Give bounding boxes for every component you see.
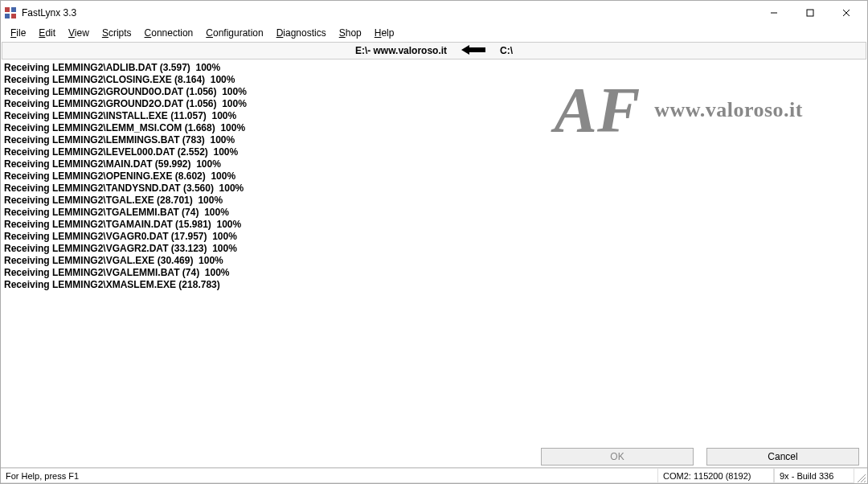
- log-line: Receiving LEMMING2\INSTALL.EXE (11.057) …: [4, 110, 864, 122]
- log-line: Receiving LEMMING2\MAIN.DAT (59.992) 100…: [4, 158, 864, 170]
- minimize-button[interactable]: [755, 2, 792, 24]
- svg-marker-8: [461, 45, 485, 55]
- statusbar: For Help, press F1 COM2: 115200 (8192) 9…: [1, 467, 867, 483]
- log-line: Receiving LEMMING2\CLOSING.EXE (8.164) 1…: [4, 74, 864, 86]
- log-line: Receiving LEMMING2\GROUND0O.DAT (1.056) …: [4, 86, 864, 98]
- log-line: Receiving LEMMING2\TGAMAIN.DAT (15.981) …: [4, 219, 864, 231]
- log-line: Receiving LEMMING2\LEMM_MSI.COM (1.668) …: [4, 122, 864, 134]
- log-line: Receiving LEMMING2\TGALEMMI.BAT (74) 100…: [4, 207, 864, 219]
- dialog-buttons: OK Cancel: [1, 445, 867, 467]
- svg-rect-5: [807, 10, 813, 16]
- menu-item-shop[interactable]: Shop: [333, 26, 368, 40]
- svg-rect-1: [11, 7, 16, 12]
- status-help: For Help, press F1: [1, 468, 657, 483]
- svg-rect-2: [5, 14, 10, 18]
- menu-item-file[interactable]: File: [4, 26, 32, 40]
- log-line: Receiving LEMMING2\VGAL.EXE (30.469) 100…: [4, 255, 864, 267]
- log-line: Receiving LEMMING2\LEMMINGS.BAT (783) 10…: [4, 134, 864, 146]
- close-button[interactable]: [828, 2, 864, 24]
- menubar: FileEditViewScriptsConnectionConfigurati…: [1, 25, 867, 41]
- menu-item-connection[interactable]: Connection: [138, 26, 200, 40]
- ok-button[interactable]: OK: [541, 448, 694, 466]
- log-line: Receiving LEMMING2\OPENING.EXE (8.602) 1…: [4, 170, 864, 183]
- arrow-left-icon: [461, 45, 485, 57]
- menu-item-help[interactable]: Help: [368, 26, 401, 40]
- menu-item-view[interactable]: View: [62, 26, 96, 40]
- cancel-button[interactable]: Cancel: [706, 448, 859, 466]
- window-controls: [755, 2, 864, 24]
- status-com: COM2: 115200 (8192): [657, 468, 774, 483]
- log-line: Receiving LEMMING2\TGAL.EXE (28.701) 100…: [4, 195, 864, 207]
- menu-item-configuration[interactable]: Configuration: [199, 26, 269, 40]
- log-line: Receiving LEMMING2\VGAGR0.DAT (17.957) 1…: [4, 231, 864, 243]
- log-line: Receiving LEMMING2\VGAGR2.DAT (33.123) 1…: [4, 243, 864, 255]
- svg-rect-3: [11, 14, 16, 18]
- menu-item-diagnostics[interactable]: Diagnostics: [270, 26, 333, 40]
- path-left: E:\- www.valoroso.it: [355, 45, 447, 56]
- transfer-log: AF www.valoroso.it Receiving LEMMING2\AD…: [1, 60, 867, 445]
- svg-line-11: [864, 481, 866, 482]
- menu-item-scripts[interactable]: Scripts: [96, 26, 138, 40]
- log-line: Receiving LEMMING2\VGALEMMI.BAT (74) 100…: [4, 267, 864, 279]
- menu-item-edit[interactable]: Edit: [32, 26, 62, 40]
- window-title: FastLynx 3.3: [22, 7, 755, 18]
- path-bar: E:\- www.valoroso.it C:\: [2, 42, 866, 59]
- log-line: Receiving LEMMING2\XMASLEM.EXE (218.783): [4, 279, 864, 291]
- resize-grip[interactable]: [854, 468, 867, 483]
- log-line: Receiving LEMMING2\ADLIB.DAT (3.597) 100…: [4, 62, 864, 74]
- path-right: C:\: [500, 45, 513, 56]
- svg-rect-0: [5, 7, 10, 12]
- log-line: Receiving LEMMING2\TANDYSND.DAT (3.560) …: [4, 183, 864, 195]
- log-line: Receiving LEMMING2\LEVEL000.DAT (2.552) …: [4, 146, 864, 158]
- app-icon: [4, 6, 17, 19]
- app-window: FastLynx 3.3 FileEditViewScriptsConnecti…: [0, 0, 868, 484]
- titlebar: FastLynx 3.3: [1, 1, 867, 25]
- log-line: Receiving LEMMING2\GROUND2O.DAT (1.056) …: [4, 98, 864, 110]
- maximize-button[interactable]: [792, 2, 828, 24]
- status-build: 9x - Build 336: [774, 468, 854, 483]
